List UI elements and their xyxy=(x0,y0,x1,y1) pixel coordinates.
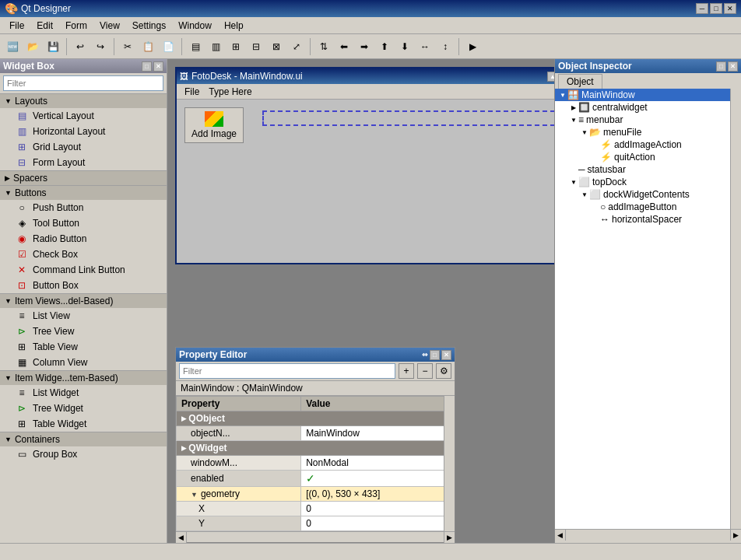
obj-inspector-close[interactable]: ✕ xyxy=(728,61,738,72)
layout-f-button[interactable]: ⊟ xyxy=(247,37,265,56)
widget-group-box[interactable]: ▭ Group Box xyxy=(0,446,167,462)
undo-button[interactable]: ↩ xyxy=(71,37,90,56)
prop-row-y[interactable]: Y 0 xyxy=(177,516,455,531)
property-scrollbar-h[interactable]: ◀ ▶ xyxy=(176,531,455,542)
object-inspector-scrollbar-v[interactable] xyxy=(730,89,741,529)
new-button[interactable]: 🆕 xyxy=(3,37,22,56)
menu-window[interactable]: Window xyxy=(172,19,218,33)
prop-row-enabled[interactable]: enabled ✓ xyxy=(177,471,455,487)
add-image-button[interactable]: Add Image xyxy=(184,107,244,143)
align-left-button[interactable]: ⬅ xyxy=(335,37,353,56)
geometry-expand-icon[interactable]: ▼ xyxy=(191,491,198,499)
tree-item-centralwidget[interactable]: ▶ 🔲 centralwidget xyxy=(555,101,730,114)
tree-item-addimagebtn[interactable]: ○ addImageButton xyxy=(555,201,730,213)
property-filter-input[interactable] xyxy=(179,363,395,379)
tree-item-mainwindow[interactable]: ▼ 🪟 MainWindow xyxy=(555,89,730,101)
tree-item-menubar[interactable]: ▼ ≡ menubar xyxy=(555,114,730,126)
widget-box-restore[interactable]: □ xyxy=(142,61,152,72)
tree-item-menufile[interactable]: ▼ 📂 menuFile xyxy=(555,126,730,138)
widget-horizontal-layout[interactable]: ▥ Horizontal Layout xyxy=(0,124,167,139)
widget-order-button[interactable]: ⇅ xyxy=(314,37,333,56)
widget-box-close[interactable]: ✕ xyxy=(153,61,163,72)
widget-check-box[interactable]: ☑ Check Box xyxy=(0,247,167,262)
property-configure-button[interactable]: ⚙ xyxy=(436,363,451,379)
minimize-button[interactable]: ─ xyxy=(696,3,708,14)
prop-row-windowmodality[interactable]: windowM... NonModal xyxy=(177,456,455,471)
save-button[interactable]: 💾 xyxy=(44,37,62,56)
obj-hscroll-left[interactable]: ◀ xyxy=(555,530,566,541)
align-center-h-button[interactable]: ↔ xyxy=(416,37,434,56)
hscroll-left[interactable]: ◀ xyxy=(176,532,187,543)
prop-close[interactable]: ✕ xyxy=(441,350,451,360)
break-layout-button[interactable]: ⊠ xyxy=(267,37,286,56)
widget-table-widget[interactable]: ⊞ Table Widget xyxy=(0,416,167,432)
widget-list-view[interactable]: ≡ List View xyxy=(0,308,167,324)
obj-inspector-restore[interactable]: □ xyxy=(716,61,726,72)
property-add-button[interactable]: + xyxy=(399,363,414,379)
copy-button[interactable]: 📋 xyxy=(139,37,157,56)
preview-button[interactable]: ▶ xyxy=(463,37,482,56)
maximize-button[interactable]: □ xyxy=(710,3,722,14)
section-layouts[interactable]: ▼ Layouts xyxy=(0,93,167,108)
tree-item-dockcontents[interactable]: ▼ ⬜ dockWidgetContents xyxy=(555,188,730,201)
section-containers[interactable]: ▼ Containers xyxy=(0,432,167,446)
prop-objectname-value[interactable]: MainWindow xyxy=(301,426,455,441)
widget-filter-input[interactable] xyxy=(3,75,163,91)
tree-item-statusbar[interactable]: ─ statusbar xyxy=(555,163,730,176)
open-button[interactable]: 📂 xyxy=(23,37,42,56)
section-buttons[interactable]: ▼ Buttons xyxy=(0,185,167,200)
widget-command-link-button[interactable]: ✕ Command Link Button xyxy=(0,262,167,278)
adjust-size-button[interactable]: ⤢ xyxy=(287,37,306,56)
prop-enabled-value[interactable]: ✓ xyxy=(301,471,455,487)
menu-file[interactable]: File xyxy=(3,19,30,33)
tree-item-hspacer[interactable]: ↔ horizontalSpacer xyxy=(555,213,730,226)
tab-object[interactable]: Object xyxy=(558,74,602,89)
menu-form[interactable]: Form xyxy=(59,19,93,33)
prop-row-x[interactable]: X 0 xyxy=(177,502,455,516)
prop-windowmodality-value[interactable]: NonModal xyxy=(301,456,455,471)
tree-item-addimagaction[interactable]: ⚡ addImageAction xyxy=(555,138,730,151)
prop-y-value[interactable]: 0 xyxy=(301,516,455,531)
tree-expand-topdock[interactable]: ▼ xyxy=(569,179,578,186)
menu-view[interactable]: View xyxy=(93,19,126,33)
prop-maximize[interactable]: □ xyxy=(430,350,440,360)
layout-h-button[interactable]: ▤ xyxy=(186,37,205,56)
prop-row-objectname[interactable]: objectN... MainWindow xyxy=(177,426,455,441)
obj-hscroll-right[interactable]: ▶ xyxy=(730,530,741,541)
menu-help[interactable]: Help xyxy=(218,19,250,33)
tree-expand-menubar[interactable]: ▼ xyxy=(569,117,578,124)
tree-expand-centralwidget[interactable]: ▶ xyxy=(569,104,578,111)
align-right-button[interactable]: ➡ xyxy=(355,37,374,56)
cut-button[interactable]: ✂ xyxy=(118,37,137,56)
widget-list-widget[interactable]: ≡ List Widget xyxy=(0,385,167,401)
align-bottom-button[interactable]: ⬇ xyxy=(395,37,414,56)
widget-button-box[interactable]: ⊡ Button Box xyxy=(0,278,167,293)
menu-settings[interactable]: Settings xyxy=(126,19,172,33)
layout-v-button[interactable]: ▥ xyxy=(206,37,225,56)
widget-tree-view[interactable]: ⊳ Tree View xyxy=(0,324,167,339)
widget-form-layout[interactable]: ⊟ Form Layout xyxy=(0,155,167,170)
tree-item-topdock[interactable]: ▼ ⬜ topDock xyxy=(555,176,730,188)
property-scrollbar-v[interactable] xyxy=(444,396,455,531)
layout-g-button[interactable]: ⊞ xyxy=(227,37,245,56)
widget-tree-widget[interactable]: ⊳ Tree Widget xyxy=(0,401,167,416)
section-spacers[interactable]: ▶ Spacers xyxy=(0,170,167,185)
paste-button[interactable]: 📄 xyxy=(159,37,177,56)
widget-table-view[interactable]: ⊞ Table View xyxy=(0,339,167,355)
widget-radio-button[interactable]: ◉ Radio Button xyxy=(0,231,167,247)
widget-grid-layout[interactable]: ⊞ Grid Layout xyxy=(0,139,167,155)
hscroll-right[interactable]: ▶ xyxy=(444,532,455,543)
foto-menu-file[interactable]: File xyxy=(180,85,204,99)
redo-button[interactable]: ↪ xyxy=(91,37,110,56)
align-top-button[interactable]: ⬆ xyxy=(375,37,394,56)
widget-column-view[interactable]: ▦ Column View xyxy=(0,355,167,370)
menu-edit[interactable]: Edit xyxy=(30,19,59,33)
property-remove-button[interactable]: − xyxy=(417,363,433,379)
tree-item-quitaction[interactable]: ⚡ quitAction xyxy=(555,151,730,163)
close-button[interactable]: ✕ xyxy=(724,3,736,14)
foto-menu-type[interactable]: Type Here xyxy=(204,85,256,99)
section-item-views[interactable]: ▼ Item Views...del-Based) xyxy=(0,293,167,308)
widget-vertical-layout[interactable]: ▤ Vertical Layout xyxy=(0,108,167,124)
object-inspector-scrollbar-h[interactable]: ◀ ▶ xyxy=(555,529,741,540)
tree-expand-mainwindow[interactable]: ▼ xyxy=(558,92,567,99)
